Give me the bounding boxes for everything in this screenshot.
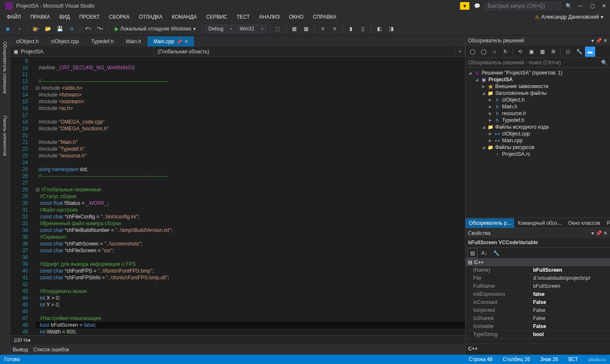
refresh-icon[interactable]: ↻ (500, 47, 510, 57)
toolbar-icon[interactable]: ▦ (289, 24, 299, 34)
search-icon[interactable]: 🔍 (564, 2, 573, 10)
solution-tab[interactable]: Командный обоз... (514, 218, 565, 228)
close-icon[interactable]: ✕ (603, 230, 607, 236)
menu-отладка[interactable]: ОТЛАДКА (135, 13, 167, 21)
chevron-down-icon[interactable]: ▾ (591, 230, 594, 236)
save-all-icon[interactable]: ⧉ (67, 24, 77, 34)
tree-node[interactable]: ▶hclObject.h (466, 97, 610, 103)
nav-dropdown[interactable] (14, 24, 25, 34)
properties-icon[interactable]: ⚙ (548, 47, 558, 57)
property-row[interactable]: IsConstantFalse (466, 298, 610, 306)
alphabetical-icon[interactable]: A↓ (479, 248, 489, 258)
property-category[interactable]: ⊟ C++ (466, 259, 610, 266)
toolbar-icon[interactable]: ≡ (318, 24, 328, 34)
split-icon[interactable]: ÷ (455, 47, 465, 56)
scope-combo[interactable]: ▣ProjectSA (10, 47, 154, 56)
view-icon[interactable]: ▬ (585, 47, 595, 57)
menu-сборка[interactable]: СБОРКА (105, 13, 134, 21)
property-row[interactable]: Filed:\visualstudio\projects\pr (466, 274, 610, 282)
menu-вид[interactable]: ВИД (55, 13, 74, 21)
open-icon[interactable]: 📂 (43, 24, 53, 34)
menu-проект[interactable]: ПРОЕКТ (75, 13, 104, 21)
toolbar-icon[interactable]: ⬚ (273, 24, 283, 34)
menu-правка[interactable]: ПРАВКА (26, 13, 54, 21)
maximize-icon[interactable]: ▢ (588, 2, 596, 10)
tree-node[interactable]: ▶hresource.h (466, 110, 610, 117)
notification-icon[interactable]: ▾ (460, 2, 469, 10)
property-row[interactable]: (Name)bFullScreen (466, 266, 610, 274)
solution-tab[interactable]: Обозреватель р... (466, 218, 514, 228)
tree-node[interactable]: ◢▣Решение "ProjectSA" (проектов: 1) (466, 69, 610, 76)
tree-node[interactable]: ▶hTypedef.h (466, 117, 610, 124)
pin-icon[interactable]: 📌 (596, 230, 602, 236)
server-explorer-tab[interactable]: Обозреватель серверов (2, 39, 8, 96)
close-icon[interactable]: ✕ (603, 38, 607, 44)
menu-сервис[interactable]: СЕРВИС (202, 13, 232, 21)
menu-анализ[interactable]: АНАЛИЗ (255, 13, 284, 21)
property-row[interactable]: FullNamebFullScreen (466, 282, 610, 290)
error-list-tab[interactable]: Список ошибок (33, 347, 69, 353)
sync-icon[interactable]: ⟲ (515, 47, 525, 57)
pin-icon[interactable]: 📌 (596, 38, 602, 44)
toolbar-icon[interactable]: ▯ (358, 24, 368, 34)
toolbar-icon[interactable]: ▮ (346, 24, 356, 34)
platform-combo[interactable]: Win32 (237, 25, 266, 33)
toolbar-icon[interactable]: ◨ (386, 24, 396, 34)
property-row[interactable]: InitExpressionfalse (466, 290, 610, 298)
minimize-icon[interactable]: — (576, 2, 585, 10)
user-account[interactable]: ⚠ Александр Даниловский ▾ (535, 14, 607, 20)
tree-node[interactable]: ◢📁Файлы ресурсов (466, 144, 610, 151)
solution-tab[interactable]: Окно классов (565, 218, 603, 228)
file-tab[interactable]: Main.h (120, 36, 147, 47)
back-icon[interactable]: ◯ (467, 47, 477, 57)
tree-node[interactable]: ▶▣Внешние зависимости (466, 83, 610, 90)
wrench-icon[interactable]: 🔧 (574, 47, 584, 57)
menu-файл[interactable]: ФАЙЛ (3, 13, 25, 21)
chevron-down-icon[interactable]: ▾ (591, 38, 594, 44)
toolbar-icon[interactable]: ≡ (330, 24, 340, 34)
code-editor[interactable]: 9101112131415161718192021222324252627282… (10, 57, 465, 335)
menu-окно[interactable]: ОКНО (285, 13, 308, 21)
start-debug-button[interactable]: ▶ Локальный отладчик Windows ▾ (111, 25, 199, 33)
solution-tree[interactable]: ◢▣Решение "ProjectSA" (проектов: 1)◢▣Pro… (466, 68, 610, 218)
categorized-icon[interactable]: ▤ (467, 248, 477, 258)
forward-icon[interactable]: ◯ (478, 47, 488, 57)
member-combo[interactable]: (Глобальная область) (154, 47, 455, 56)
home-icon[interactable]: ⌂ (489, 47, 499, 57)
tree-node[interactable]: ▶hMain.h (466, 103, 610, 110)
property-row[interactable]: IsInjectedFalse (466, 306, 610, 314)
toolbar-icon[interactable]: ▦ (301, 24, 311, 34)
tree-node[interactable]: ◢📁Файлы исходного кода (466, 124, 610, 130)
menu-справка[interactable]: СПРАВКА (308, 13, 341, 21)
wrench-icon[interactable]: 🔧 (491, 248, 501, 258)
preview-icon[interactable]: ⟨⟩ (563, 47, 573, 57)
menu-тест[interactable]: ТЕСТ (233, 13, 254, 21)
tree-node[interactable]: ◢📁Заголовочные файлы (466, 90, 610, 97)
zoom-combo[interactable]: 100 % ▾ (10, 335, 465, 345)
solution-tab[interactable]: Ресурсы (604, 218, 610, 228)
collapse-icon[interactable]: ▣ (526, 47, 536, 57)
close-icon[interactable]: ✕ (600, 2, 608, 10)
tree-node[interactable]: ▫ProjectSA.rc (466, 151, 610, 157)
property-row[interactable]: IsVolatileFalse (466, 323, 610, 331)
file-tab[interactable]: clObject.h (10, 36, 45, 47)
quick-launch-input[interactable]: Быстрый запуск (Ctrl+Q) (485, 2, 561, 10)
tree-node[interactable]: ▶++Main.cpp (466, 137, 610, 144)
undo-icon[interactable]: ↶ (83, 24, 93, 34)
config-combo[interactable]: Debug (205, 25, 235, 33)
solution-search[interactable]: Обозреватель решений - поиск (Ctrl+ж)🔍 (466, 58, 610, 68)
file-tab[interactable]: clObject.cpp (45, 36, 85, 47)
tree-node[interactable]: ◢▣ProjectSA (466, 76, 610, 83)
feedback-icon[interactable]: 💬 (473, 2, 481, 10)
file-tab[interactable]: Main.cpp 📌 ✕ (147, 36, 194, 47)
redo-icon[interactable]: ↷ (95, 24, 105, 34)
properties-grid[interactable]: ⊟ C++(Name)bFullScreenFiled:\visualstudi… (466, 259, 610, 344)
property-row[interactable]: TypeStringbool (466, 331, 610, 339)
file-tab[interactable]: Typedef.h (85, 36, 120, 47)
save-icon[interactable]: 💾 (55, 24, 65, 34)
output-tab[interactable]: Вывод (13, 347, 28, 353)
toolbar-icon[interactable]: ◧ (374, 24, 385, 34)
toolbox-tab[interactable]: Панель элементов (2, 113, 8, 159)
show-all-icon[interactable]: ▦ (537, 47, 547, 57)
property-row[interactable]: IsSharedFalse (466, 314, 610, 323)
